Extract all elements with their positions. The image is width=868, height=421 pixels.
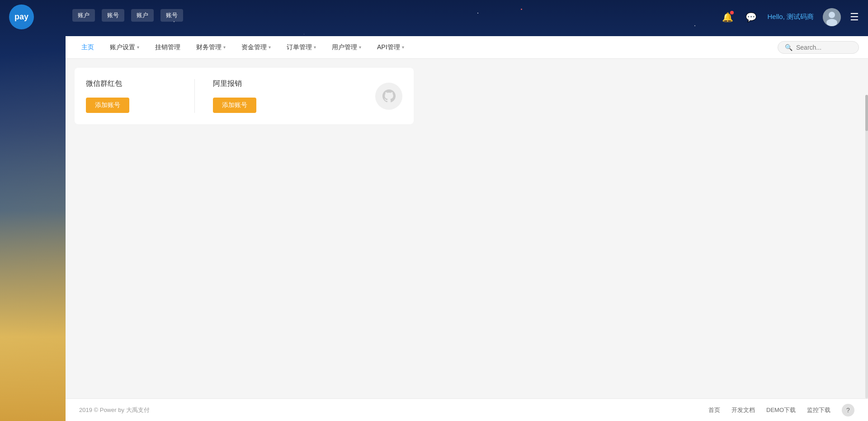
footer-link-docs[interactable]: 开发文档 [731, 406, 755, 414]
content-area: 微信群红包 添加账号 阿里报销 添加账号 [66, 59, 868, 421]
nav-item-account-settings[interactable]: 账户设置 ▾ [103, 40, 146, 55]
arrow-icon: ▾ [137, 45, 139, 50]
footer: 2019 © Power by 大禹支付 首页 开发文档 DEMO下载 监控下载… [66, 398, 868, 421]
arrow-icon: ▾ [314, 45, 316, 50]
bell-icon[interactable]: 🔔 [720, 10, 735, 24]
scrollbar[interactable] [865, 95, 868, 398]
wechat-add-account-button[interactable]: 添加账号 [86, 98, 129, 113]
menu-icon[interactable]: ☰ [850, 11, 859, 23]
card-divider [194, 79, 195, 113]
svg-point-2 [826, 19, 837, 26]
footer-link-monitor[interactable]: 监控下载 [807, 406, 830, 414]
nav-item-user-mgmt[interactable]: 用户管理 ▾ [325, 40, 368, 55]
floating-menu: 账户 账号 账户 账号 [72, 9, 183, 22]
left-sidebar [0, 36, 66, 421]
arrow-icon: ▾ [402, 45, 404, 50]
nav-item-finance-mgmt[interactable]: 财务管理 ▾ [189, 40, 232, 55]
payment-methods-card: 微信群红包 添加账号 阿里报销 添加账号 [75, 68, 414, 124]
arrow-icon: ▾ [359, 45, 361, 50]
search-icon: 🔍 [785, 44, 793, 51]
top-header: pay 账户 账号 账户 账号 🔔 💬 Hello, 测试码商 ☰ [0, 0, 868, 34]
scrollbar-thumb[interactable] [865, 95, 868, 131]
nav-item-api-mgmt[interactable]: API管理 ▾ [370, 40, 411, 55]
nav-item-order-mgmt[interactable]: 订单管理 ▾ [280, 40, 323, 55]
floating-menu-item-3[interactable]: 账户 [131, 9, 154, 22]
search-box: 🔍 [778, 41, 859, 54]
header-right: 🔔 💬 Hello, 测试码商 ☰ [720, 8, 859, 26]
logo: pay [9, 5, 34, 29]
chat-icon[interactable]: 💬 [744, 10, 758, 24]
floating-menu-item-2[interactable]: 账号 [102, 9, 124, 22]
arrow-icon: ▾ [223, 45, 226, 50]
nav-item-sales-mgmt[interactable]: 挂销管理 [148, 40, 187, 55]
nav-bar: 主页 账户设置 ▾ 挂销管理 财务管理 ▾ 资金管理 ▾ 订单管理 ▾ 用户管理… [66, 36, 868, 59]
wechat-card: 微信群红包 添加账号 [86, 79, 176, 113]
alipay-add-account-button[interactable]: 添加账号 [213, 98, 256, 113]
alipay-card-title: 阿里报销 [213, 79, 242, 89]
logo-area: pay [9, 5, 34, 29]
nav-item-funds-mgmt[interactable]: 资金管理 ▾ [235, 40, 278, 55]
footer-copyright: 2019 © Power by 大禹支付 [79, 406, 150, 414]
main-container: 主页 账户设置 ▾ 挂销管理 财务管理 ▾ 资金管理 ▾ 订单管理 ▾ 用户管理… [66, 36, 868, 421]
floating-menu-item-4[interactable]: 账号 [160, 9, 183, 22]
floating-menu-item-1[interactable]: 账户 [72, 9, 95, 22]
alipay-card: 阿里报销 添加账号 [213, 79, 303, 113]
github-icon [375, 83, 402, 110]
footer-right: 首页 开发文档 DEMO下载 监控下载 ? [708, 404, 854, 416]
help-button[interactable]: ? [842, 404, 854, 416]
svg-point-1 [829, 12, 835, 18]
user-avatar[interactable] [823, 8, 841, 26]
footer-link-demo[interactable]: DEMO下载 [766, 406, 796, 414]
hello-text: Hello, 测试码商 [767, 13, 814, 21]
footer-link-home[interactable]: 首页 [708, 406, 720, 414]
nav-item-home[interactable]: 主页 [75, 40, 101, 55]
notification-dot [730, 11, 734, 14]
wechat-card-title: 微信群红包 [86, 79, 122, 89]
arrow-icon: ▾ [269, 45, 271, 50]
search-input[interactable] [796, 44, 855, 51]
